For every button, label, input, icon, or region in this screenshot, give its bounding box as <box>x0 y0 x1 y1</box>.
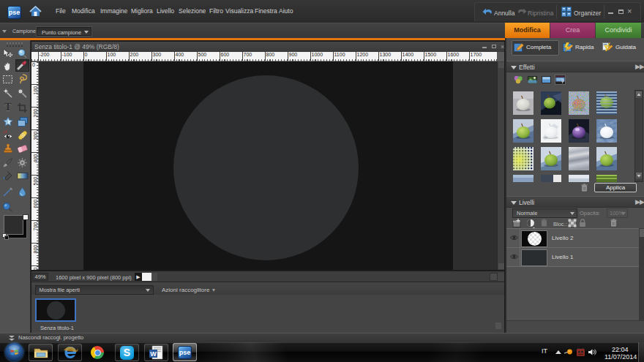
svg-text:W: W <box>150 350 157 358</box>
